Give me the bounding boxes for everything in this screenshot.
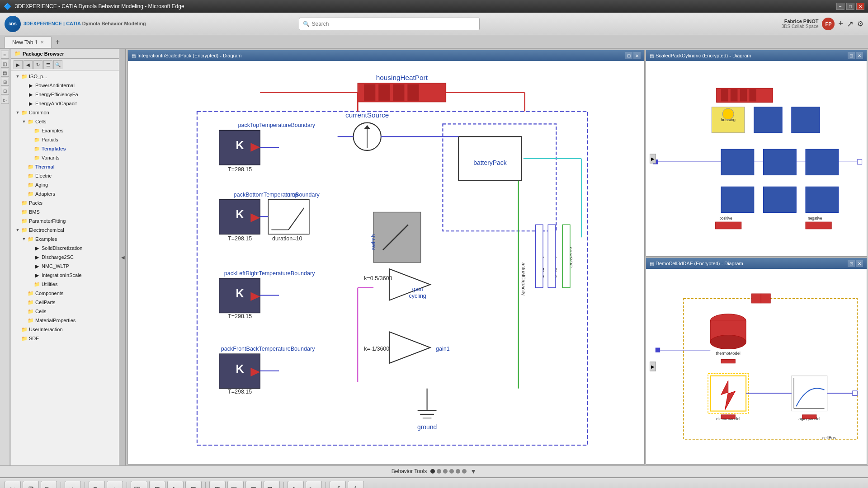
user-avatar[interactable]: FP (822, 18, 835, 30)
run2-button[interactable]: ▶▼ (306, 481, 322, 488)
add-button[interactable]: + (838, 19, 843, 28)
compare-button[interactable]: ⊞ (209, 481, 226, 488)
strip-btn-1[interactable]: ≡ (1, 51, 9, 59)
bottom-right-close-btn[interactable]: ✕ (856, 260, 863, 267)
behavior-tools-expand[interactable]: ▼ (470, 468, 476, 475)
tree-item[interactable]: 📁SDF (11, 334, 119, 343)
export3-button[interactable]: ⊡▼ (264, 481, 280, 488)
tree-item[interactable]: 📁Utilities (11, 280, 119, 289)
close-button[interactable]: ✕ (856, 3, 864, 10)
dot-1[interactable] (430, 469, 435, 474)
tree-node-icon: 📁 (33, 145, 41, 152)
sidebar-filter-btn[interactable]: ☰ (43, 60, 52, 69)
maximize-button[interactable]: □ (846, 3, 854, 10)
diagram-restore-btn[interactable]: ⊡ (625, 52, 632, 59)
tree-item[interactable]: 📁Components (11, 289, 119, 298)
tree-item[interactable]: ▶EnergyAndCapacit (11, 99, 119, 108)
tree-item[interactable]: ▶PowerAndinternal (11, 81, 119, 90)
tree-item[interactable]: 📁Electric (11, 171, 119, 180)
tree-item[interactable]: 📁Variants (11, 153, 119, 162)
tree-node-label: ParameterFitting (29, 218, 66, 224)
dot-5[interactable] (456, 469, 460, 474)
sidebar-collapse-btn[interactable]: ◀ (24, 60, 33, 69)
search-input[interactable] (311, 21, 476, 27)
paste-button[interactable]: ⧉▼ (41, 481, 57, 488)
tree-item[interactable]: ▼📁Electrochemical (11, 225, 119, 235)
tree-item[interactable]: ▶EnergyEfficiencyFa (11, 90, 119, 99)
tree-item[interactable]: 📁Packs (11, 198, 119, 207)
tree-item[interactable]: 📁Partials (11, 135, 119, 144)
tree-item[interactable]: 📁Templates (11, 144, 119, 153)
strip-btn-5[interactable]: ⊡ (1, 87, 9, 95)
dot-6[interactable] (462, 469, 467, 474)
diagram-controls[interactable]: ⊡ ✕ (625, 52, 641, 59)
export2-button[interactable]: ⊡ (245, 481, 262, 488)
expand-icon[interactable]: ▼ (21, 236, 27, 242)
strip-btn-6[interactable]: ▷ (1, 96, 9, 104)
strip-btn-3[interactable]: ▤ (1, 69, 9, 77)
tree-item[interactable]: 📁Thermal (11, 162, 119, 171)
sidebar-refresh-btn[interactable]: ↻ (33, 60, 42, 69)
tree-node-label: Aging (35, 182, 48, 188)
view-button[interactable]: ◫▼ (227, 481, 244, 488)
dot-3[interactable] (443, 469, 448, 474)
minimize-button[interactable]: − (836, 3, 844, 10)
diagram-button[interactable]: ▷ (167, 481, 184, 488)
strip-btn-4[interactable]: ⊞ (1, 78, 9, 86)
tree-item[interactable]: ▶NMC_WLTP (11, 262, 119, 271)
tree-item[interactable]: 📁MaterialProperties (11, 316, 119, 325)
bottom-right-expand-btn[interactable]: ⊡ (848, 260, 855, 267)
run-button[interactable]: ▶ (288, 481, 304, 488)
tree-item[interactable]: 📁ParameterFitting (11, 216, 119, 225)
tree-item[interactable]: ▼📁ISO_p... (11, 72, 119, 81)
sidebar-search-btn[interactable]: 🔍 (53, 60, 62, 69)
tree-item[interactable]: 📁Cells (11, 307, 119, 316)
dot-2[interactable] (437, 469, 441, 474)
tab-close-icon[interactable]: ✕ (40, 40, 44, 45)
tree-item[interactable]: 📁BMS (11, 207, 119, 216)
top-right-collapse[interactable]: ▶ (650, 154, 656, 164)
expand-icon[interactable]: ▼ (14, 73, 21, 80)
bottom-right-collapse[interactable]: ▶ (650, 362, 656, 371)
table-button[interactable]: ◫▼ (131, 481, 147, 488)
tree-item[interactable]: ▼📁Common (11, 108, 119, 117)
undo-button[interactable]: ↩▼ (65, 481, 81, 488)
tree-item[interactable]: ▶IntegrationInScale (11, 271, 119, 280)
tree-item[interactable]: 📁Aging (11, 180, 119, 189)
diagram-close-btn[interactable]: ✕ (633, 52, 641, 59)
tab-new-tab-1[interactable]: New Tab 1 ✕ (5, 36, 52, 48)
info-button[interactable]: ℹ (330, 481, 346, 488)
grid-button[interactable]: ⊞ (149, 481, 165, 488)
expand-icon[interactable]: ▼ (21, 118, 27, 125)
strip-btn-2[interactable]: ◫ (1, 60, 9, 68)
cut-button[interactable]: ✂ (5, 481, 21, 488)
settings-icon[interactable]: ⚙ (857, 19, 863, 28)
top-right-controls[interactable]: ⊡ ✕ (848, 52, 863, 59)
tree-item[interactable]: 📁CellParts (11, 298, 119, 307)
expand-icon[interactable]: ▼ (14, 227, 21, 233)
copy-button[interactable]: ⧉ (23, 481, 39, 488)
export-button[interactable]: ↑ (107, 481, 123, 488)
expand-icon[interactable]: ▼ (14, 109, 21, 116)
experiment-button[interactable]: ⊕▼ (89, 481, 105, 488)
sidebar-expand-btn[interactable]: ▶ (14, 60, 23, 69)
dot-4[interactable] (449, 469, 454, 474)
top-right-close-btn[interactable]: ✕ (856, 52, 863, 59)
tree-item[interactable]: 📁Examples (11, 126, 119, 135)
bottom-right-controls[interactable]: ⊡ ✕ (848, 260, 863, 267)
sidebar-collapse-arrow[interactable]: ◀ (120, 49, 126, 465)
titlebar-controls[interactable]: − □ ✕ (836, 3, 864, 10)
tree-item[interactable]: ▶Discharge2SC (11, 253, 119, 262)
tree-item[interactable]: ▼📁Cells (11, 117, 119, 126)
tree-item[interactable]: ▶SolidDiscretization (11, 244, 119, 253)
search-box[interactable]: 🔍 (299, 18, 480, 30)
info2-button[interactable]: ℹ▼ (348, 481, 364, 488)
top-right-expand-btn[interactable]: ⊡ (848, 52, 855, 59)
tree-item[interactable]: 📁Adapters (11, 189, 119, 198)
tree-item[interactable]: ▼📁Examples (11, 235, 119, 244)
tree-node-icon: 📁 (21, 199, 28, 206)
tree-item[interactable]: 📁UserInteraction (11, 325, 119, 334)
plot-button[interactable]: ⊡ (185, 481, 202, 488)
share-button[interactable]: ↗ (847, 19, 854, 29)
tab-add-button[interactable]: + (52, 36, 63, 48)
